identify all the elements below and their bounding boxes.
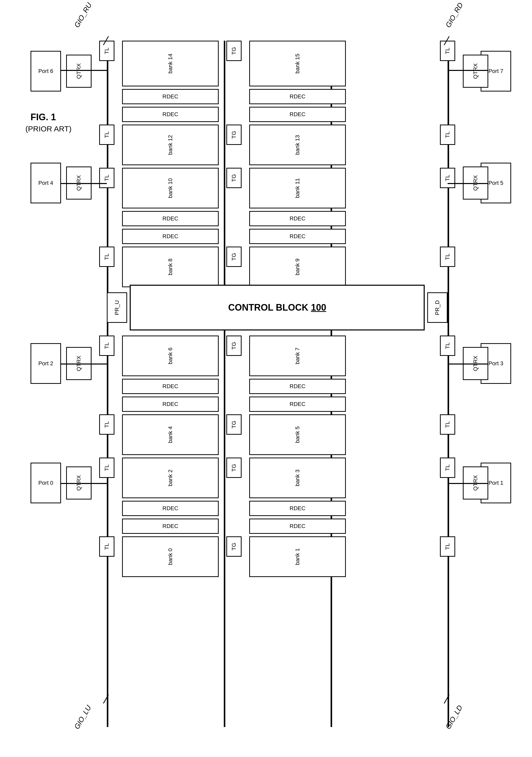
tg-bank0: TG <box>226 536 241 557</box>
signal-gio-ld: GIO_LD <box>444 704 464 731</box>
tl-bank8-left: TL <box>99 247 114 267</box>
tl-bank15-right: TL <box>440 41 455 61</box>
signal-gio-ru: GIO_RU <box>73 1 93 29</box>
rdec-10-2: RDEC <box>122 229 219 244</box>
bank2-box: bank 2 <box>122 458 219 498</box>
port4-box: Port 4 <box>31 163 61 203</box>
diagram: FIG. 1 (PRIOR ART) GIO_RU GIO_RD GIO_LU … <box>15 15 514 742</box>
rdec-6-1: RDEC <box>122 379 219 394</box>
control-block: CONTROL BLOCK 100 <box>130 285 425 330</box>
bank6-box: bank 6 <box>122 336 219 376</box>
rdec-7-2: RDEC <box>249 397 346 412</box>
port6-box: Port 6 <box>31 51 61 92</box>
rdec-15-2: RDEC <box>249 107 346 122</box>
tl-bank4-left: TL <box>99 414 114 435</box>
tl-bank10-left: TL <box>99 168 114 188</box>
tg-bank12: TG <box>226 125 241 145</box>
center-left-bus <box>224 41 225 727</box>
tl-bank3-right: TL <box>440 458 455 478</box>
tg-bank4: TG <box>226 414 241 435</box>
rdec-14-2: RDEC <box>122 107 219 122</box>
tl-bank1-right: TL <box>440 536 455 557</box>
port2-box: Port 2 <box>31 343 61 384</box>
tg-bank10: TG <box>226 168 241 188</box>
bank15-box: bank 15 <box>249 41 346 86</box>
tg-bank14: TG <box>226 41 241 61</box>
rdec-7-1: RDEC <box>249 379 346 394</box>
tl-bank13-right: TL <box>440 125 455 145</box>
rdec-2-1: RDEC <box>122 501 219 516</box>
pr-u-box: PR_U <box>107 292 127 323</box>
tl-bank12-left: TL <box>99 125 114 145</box>
bank12-box: bank 12 <box>122 125 219 165</box>
bank13-box: bank 13 <box>249 125 346 165</box>
bank10-box: bank 10 <box>122 168 219 208</box>
pr-d-box: PR_D <box>427 292 448 323</box>
rdec-2-2: RDEC <box>122 519 219 534</box>
port6-conn <box>61 70 107 71</box>
tl-bank5-right: TL <box>440 414 455 435</box>
tl-bank11-right: TL <box>440 168 455 188</box>
fig-subtitle: (PRIOR ART) <box>25 125 72 133</box>
bank5-box: bank 5 <box>249 414 346 455</box>
tg-bank2: TG <box>226 458 241 478</box>
tl-bank9-right: TL <box>440 247 455 267</box>
signal-gio-rd: GIO_RD <box>444 1 465 29</box>
qtrx-port6: QTRX <box>66 55 92 88</box>
rdec-3-1: RDEC <box>249 501 346 516</box>
port0-box: Port 0 <box>31 463 61 503</box>
tl-bank2-left: TL <box>99 458 114 478</box>
port4-conn <box>61 183 107 184</box>
bank3-box: bank 3 <box>249 458 346 498</box>
fig-title: FIG. 1 <box>31 112 56 123</box>
rdec-6-2: RDEC <box>122 397 219 412</box>
rdec-15-1: RDEC <box>249 89 346 104</box>
rdec-14-1: RDEC <box>122 89 219 104</box>
bank1-box: bank 1 <box>249 536 346 577</box>
signal-gio-lu: GIO_LU <box>73 704 93 731</box>
rdec-3-2: RDEC <box>249 519 346 534</box>
bank14-box: bank 14 <box>122 41 219 86</box>
qtrx-port7: QTRX <box>463 55 488 88</box>
bank11-box: bank 11 <box>249 168 346 208</box>
tg-bank6: TG <box>226 336 241 356</box>
port0-conn <box>61 483 107 484</box>
rdec-10-1: RDEC <box>122 211 219 226</box>
port5-conn <box>448 183 488 184</box>
port2-conn <box>61 364 107 365</box>
bank9-box: bank 9 <box>249 247 346 287</box>
bank0-box: bank 0 <box>122 536 219 577</box>
rdec-11-2: RDEC <box>249 229 346 244</box>
tl-bank7-right: TL <box>440 336 455 356</box>
tg-bank8: TG <box>226 247 241 267</box>
tl-bank0-left: TL <box>99 536 114 557</box>
bank8-box: bank 8 <box>122 247 219 287</box>
port7-conn <box>448 70 488 71</box>
bank7-box: bank 7 <box>249 336 346 376</box>
rdec-11-1: RDEC <box>249 211 346 226</box>
port3-conn <box>448 364 488 365</box>
tl-bank6-left: TL <box>99 336 114 356</box>
port1-conn <box>448 483 488 484</box>
tl-bank14-left: TL <box>99 41 114 61</box>
bank4-box: bank 4 <box>122 414 219 455</box>
